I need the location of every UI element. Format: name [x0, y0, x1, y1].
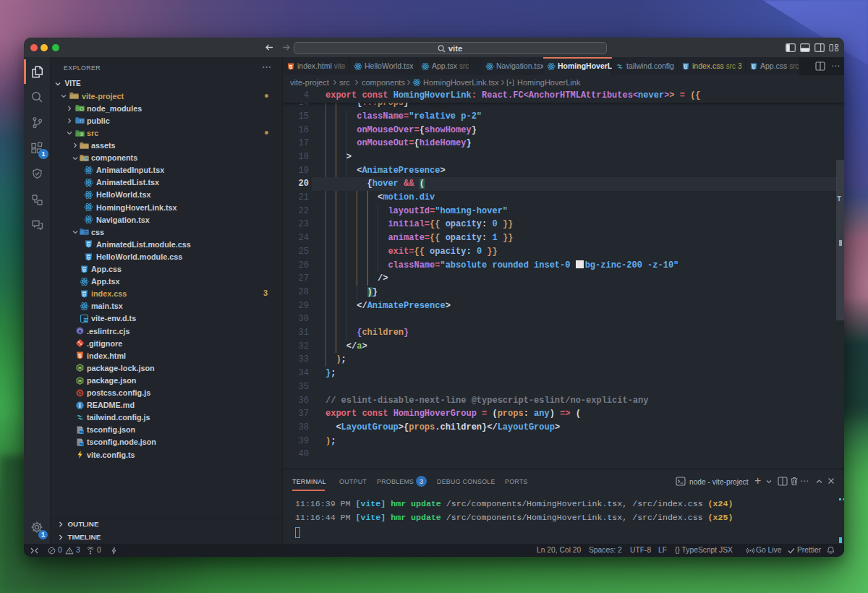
svg-text:TS: TS: [84, 318, 88, 322]
svg-text:TS: TS: [80, 430, 84, 434]
svg-text:TS: TS: [80, 443, 84, 446]
